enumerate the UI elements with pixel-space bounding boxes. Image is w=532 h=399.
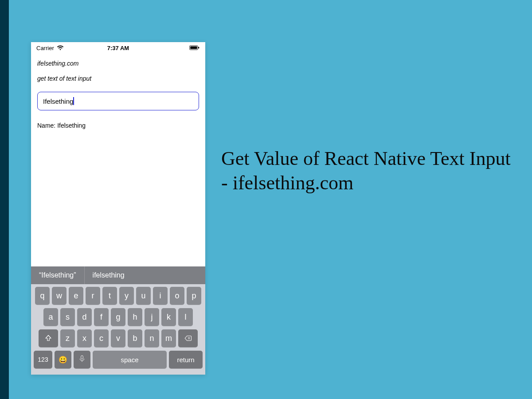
key-x[interactable]: x <box>77 329 92 347</box>
key-c[interactable]: c <box>94 329 109 347</box>
key-u[interactable]: u <box>136 287 151 305</box>
key-mic[interactable] <box>74 351 90 368</box>
status-bar: Carrier 7:37 AM <box>31 42 205 54</box>
svg-rect-2 <box>198 47 199 48</box>
key-space[interactable]: space <box>93 351 167 368</box>
key-row-3: z x c v b n m <box>33 329 203 347</box>
key-row-4: 123 😀 space return <box>33 351 203 368</box>
mic-icon <box>79 355 85 365</box>
phone-simulator: Carrier 7:37 AM ifelsething.com get text… <box>31 42 205 375</box>
key-b[interactable]: b <box>128 329 142 347</box>
svg-rect-3 <box>81 356 83 359</box>
key-return[interactable]: return <box>169 351 203 368</box>
key-i[interactable]: i <box>153 287 168 305</box>
key-m[interactable]: m <box>161 329 176 347</box>
key-q[interactable]: q <box>35 287 50 305</box>
key-h[interactable]: h <box>128 308 142 326</box>
key-backspace[interactable] <box>178 329 198 347</box>
left-band <box>0 0 9 399</box>
key-y[interactable]: y <box>119 287 134 305</box>
key-l[interactable]: l <box>178 308 193 326</box>
key-p[interactable]: p <box>187 287 201 305</box>
app-content: ifelsething.com get text of text input I… <box>31 54 205 266</box>
key-row-1: q w e r t y u i o p <box>33 287 203 305</box>
headline-text: Get Value of React Native Text Input - i… <box>221 146 514 195</box>
key-r[interactable]: r <box>86 287 100 305</box>
key-w[interactable]: w <box>52 287 66 305</box>
key-s[interactable]: s <box>60 308 75 326</box>
battery-icon <box>189 45 200 51</box>
key-v[interactable]: v <box>111 329 125 347</box>
key-k[interactable]: k <box>161 308 176 326</box>
wifi-icon <box>57 45 64 51</box>
key-123[interactable]: 123 <box>34 351 52 368</box>
key-f[interactable]: f <box>94 308 109 326</box>
name-input-value: Ifelsething <box>43 98 73 105</box>
suggestion-item[interactable]: “Ifelsething” <box>31 266 85 284</box>
key-n[interactable]: n <box>145 329 159 347</box>
backspace-icon <box>184 334 192 342</box>
suggestion-bar: “Ifelsething” ifelsething <box>31 266 205 284</box>
key-e[interactable]: e <box>69 287 83 305</box>
name-input[interactable]: Ifelsething <box>37 92 199 110</box>
svg-rect-1 <box>190 47 197 49</box>
emoji-icon: 😀 <box>59 356 67 364</box>
ios-keyboard: “Ifelsething” ifelsething q w e r t y u … <box>31 266 205 375</box>
status-time: 7:37 AM <box>107 45 129 51</box>
key-z[interactable]: z <box>60 329 75 347</box>
key-row-2: a s d f g h j k l <box>33 308 203 326</box>
carrier-label: Carrier <box>36 45 54 51</box>
output-label: Name: <box>37 122 57 129</box>
shift-icon <box>44 334 52 342</box>
key-shift[interactable] <box>39 329 58 347</box>
subtitle-label: get text of text input <box>37 75 199 82</box>
key-a[interactable]: a <box>43 308 58 326</box>
key-d[interactable]: d <box>77 308 92 326</box>
output-value: Ifelsething <box>57 122 86 129</box>
key-rows: q w e r t y u i o p a s d f g h j k l <box>31 284 205 375</box>
output-line: Name: Ifelsething <box>37 122 199 129</box>
suggestion-item[interactable]: ifelsething <box>85 266 133 284</box>
text-cursor <box>73 97 74 105</box>
key-g[interactable]: g <box>111 308 125 326</box>
key-o[interactable]: o <box>170 287 184 305</box>
key-j[interactable]: j <box>145 308 159 326</box>
brand-label: ifelsething.com <box>37 60 199 67</box>
key-emoji[interactable]: 😀 <box>55 351 71 368</box>
key-t[interactable]: t <box>102 287 117 305</box>
